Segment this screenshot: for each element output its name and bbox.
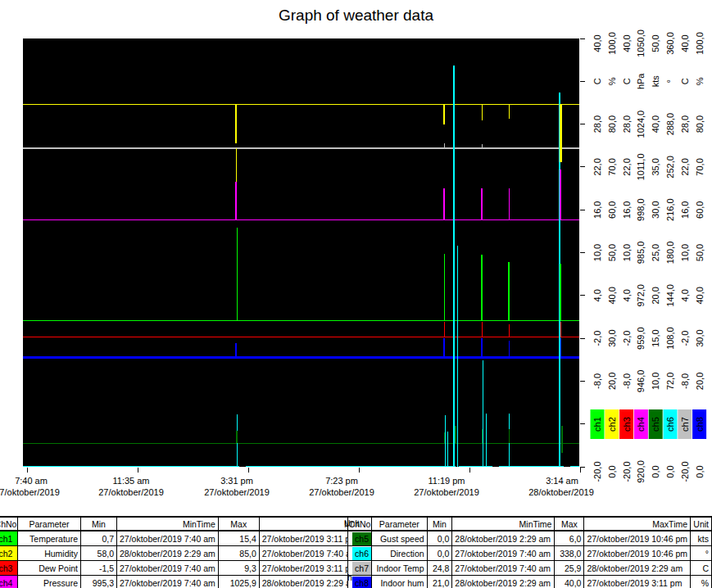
col-header-max: Max bbox=[218, 517, 259, 531]
channel-badge-box-ch5: ch5 bbox=[352, 532, 371, 545]
max-cell: 85,0 bbox=[218, 546, 259, 561]
table-row-ch6: ch6Direction0,027/oktober/2019 7:40 am33… bbox=[348, 546, 712, 561]
channel-badge-box-ch6: ch6 bbox=[352, 547, 371, 560]
y-axis-min-label-ch8: 0,0 bbox=[695, 465, 705, 477]
y-axis-tick-label-ch6: 180,0 bbox=[665, 242, 675, 265]
min-cell: 0,0 bbox=[427, 531, 452, 546]
x-axis-date-label: 27/oktober/2019 bbox=[309, 487, 374, 497]
legend-label-ch2: ch2 bbox=[607, 417, 617, 432]
y-axis-tick-label-ch2: 30,0 bbox=[607, 329, 617, 346]
y-axis-tick-label-ch6: 144,0 bbox=[665, 284, 675, 307]
y-axis-unit-label-ch5: kts bbox=[651, 75, 660, 88]
channel-badge-ch3: ch3 bbox=[0, 561, 18, 576]
y-axis-tick-label-ch6: 72,0 bbox=[665, 373, 675, 390]
y-axis-tick-label-ch2: 50,0 bbox=[607, 244, 617, 261]
y-axis-tick-label-ch7: -2,0 bbox=[680, 331, 690, 346]
y-axis-tick-label-ch7: 10,0 bbox=[680, 244, 690, 261]
y-axis-tick-label-ch1: 10,0 bbox=[592, 244, 602, 261]
y-axis-tick-label-ch1: 4,0 bbox=[592, 289, 602, 301]
y-axis-unit-label-ch8: % bbox=[695, 77, 705, 85]
legend-label-ch8: ch8 bbox=[695, 417, 705, 432]
min-time-cell: 28/oktober/2019 2:29 am bbox=[452, 576, 555, 588]
y-axis-min-label-ch5: 0,0 bbox=[651, 465, 660, 477]
y-axis-tick-label-ch4: 972,0 bbox=[636, 284, 646, 307]
y-axis-unit-label-ch6: ° bbox=[665, 79, 675, 83]
plot-area[interactable] bbox=[23, 38, 579, 467]
y-axis-tick-label-ch8: 20,0 bbox=[695, 373, 705, 390]
min-time-cell: 27/oktober/2019 7:40 am bbox=[117, 531, 219, 546]
max-cell: 338,0 bbox=[555, 546, 584, 561]
y-axis-tick-label-ch4: 959,0 bbox=[636, 327, 646, 350]
col-header-max: Max bbox=[555, 517, 584, 531]
col-header-min: Min bbox=[81, 517, 117, 531]
parameter-cell: Gust speed bbox=[372, 531, 428, 546]
max-cell: 15,4 bbox=[218, 531, 259, 546]
y-axis-max-label-ch7: 40,0 bbox=[680, 34, 690, 52]
min-cell: 24,8 bbox=[427, 561, 452, 576]
col-header-parameter: Parameter bbox=[372, 517, 428, 531]
y-axis-min-label-ch6: 0,0 bbox=[665, 465, 675, 477]
y-axis-max-label-ch2: 100,0 bbox=[607, 32, 617, 55]
y-axis-tick-label-ch3: 28,0 bbox=[622, 115, 632, 133]
col-header-chno: ChNo bbox=[0, 517, 18, 531]
y-axis-tick-label-ch7: -8,0 bbox=[680, 373, 690, 389]
legend-label-ch5: ch5 bbox=[651, 417, 660, 432]
unit-cell: kts bbox=[691, 531, 712, 546]
y-axis-unit-label-ch4: hPa bbox=[636, 73, 646, 89]
y-axis-tick-label-ch4: 1011,0 bbox=[636, 153, 646, 180]
channel-badge-ch5: ch5 bbox=[348, 531, 372, 546]
min-cell: 21,0 bbox=[427, 576, 452, 588]
min-time-cell: 27/oktober/2019 7:40 am bbox=[452, 561, 555, 576]
y-axis-tick-label-ch8: 80,0 bbox=[695, 115, 705, 133]
legend-label-ch6: ch6 bbox=[665, 417, 675, 432]
channel-badge-ch2: ch2 bbox=[0, 546, 18, 561]
y-axis-tick-label-ch1: -8,0 bbox=[592, 373, 602, 389]
min-cell: 995,3 bbox=[81, 576, 117, 588]
min-time-cell: 27/oktober/2019 7:40 am bbox=[452, 546, 555, 561]
y-axis-tick-label-ch6: 216,0 bbox=[665, 198, 675, 221]
y-axis-tick-label-ch7: 4,0 bbox=[680, 289, 690, 301]
y-axis-tick-label-ch8: 40,0 bbox=[695, 287, 705, 304]
y-axis-tick-label-ch7: 28,0 bbox=[680, 115, 690, 133]
max-cell: 25,9 bbox=[555, 561, 584, 576]
parameter-cell: Dew Point bbox=[18, 561, 81, 576]
y-axis-tick-label-ch8: 60,0 bbox=[695, 201, 705, 218]
x-axis-time-label: 11:35 am bbox=[112, 476, 149, 486]
y-axis-max-label-ch4: 1050,0 bbox=[636, 29, 646, 57]
x-axis-time-label: 3:14 am bbox=[546, 476, 578, 486]
y-axis-tick-label-ch2: 40,0 bbox=[607, 287, 617, 304]
y-axis-tick-label-ch5: 20,0 bbox=[651, 287, 660, 304]
y-axis-tick-label-ch4: 946,0 bbox=[636, 370, 646, 393]
unit-column-value-overlap: hPa bbox=[347, 572, 352, 584]
table-row-ch5: ch5Gust speed0,028/oktober/2019 2:29 am6… bbox=[348, 531, 712, 546]
y-axis-tick-label-ch8: 50,0 bbox=[695, 244, 705, 261]
y-axis-min-label-ch2: 0,0 bbox=[607, 465, 617, 477]
channel-badge-ch1: ch1 bbox=[0, 531, 18, 546]
y-axis-min-label-ch1: -20,0 bbox=[592, 461, 602, 482]
x-axis-date-label: 27/oktober/2019 bbox=[0, 487, 60, 497]
y-axis-max-label-ch1: 40,0 bbox=[592, 34, 602, 52]
channel-badge-box-ch8: ch8 bbox=[352, 577, 371, 588]
y-axis-tick-label-ch8: 30,0 bbox=[695, 329, 705, 346]
max-time-cell: 27/oktober/2019 10:46 pm bbox=[584, 531, 691, 546]
col-header-mintime: MinTime bbox=[452, 517, 555, 531]
max-cell: 1025,9 bbox=[218, 576, 259, 588]
x-axis-date-label: 28/oktober/2019 bbox=[528, 487, 594, 497]
y-axis-tick-label-ch5: 25,0 bbox=[651, 244, 660, 261]
y-axis-tick-label-ch6: 108,0 bbox=[665, 327, 675, 350]
table-row-ch7: ch7Indoor Temp24,827/oktober/2019 7:40 a… bbox=[348, 561, 712, 576]
min-time-cell: 27/oktober/2019 7:40 am bbox=[117, 576, 219, 588]
channel-badge-box-ch7: ch7 bbox=[352, 562, 371, 575]
y-axis-tick-label-ch2: 60,0 bbox=[607, 201, 617, 218]
y-axis-tick-label-ch7: 16,0 bbox=[680, 201, 690, 218]
y-axis-tick-label-ch1: -2,0 bbox=[592, 331, 602, 346]
y-axis-unit-label-ch7: C bbox=[680, 78, 690, 84]
y-axis-tick-label-ch2: 70,0 bbox=[607, 158, 617, 175]
parameter-cell: Indoor Temp bbox=[372, 561, 428, 576]
parameter-cell: Indoor hum bbox=[372, 576, 428, 588]
y-axis-tick-label-ch3: 4,0 bbox=[622, 289, 632, 301]
y-axis-min-label-ch7: -20,0 bbox=[680, 461, 690, 482]
channel-badge-ch4: ch4 bbox=[0, 576, 18, 588]
y-axis-unit-label-ch2: % bbox=[607, 77, 617, 85]
legend-label-ch1: ch1 bbox=[592, 417, 602, 432]
